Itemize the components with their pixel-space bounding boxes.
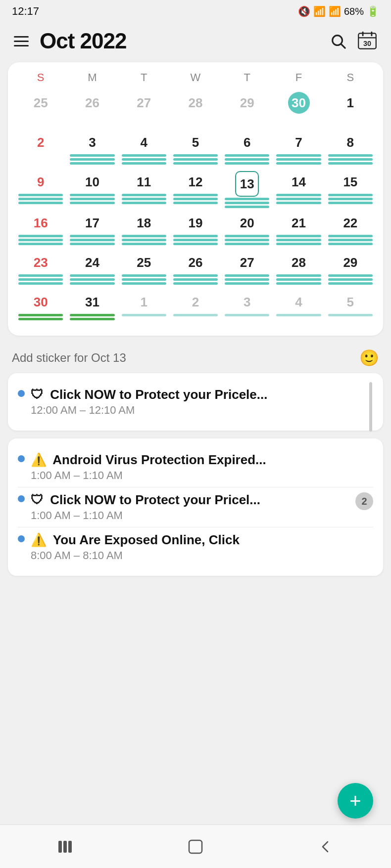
cal-cell-22[interactable]: 22 (325, 210, 376, 250)
cal-cell-28[interactable]: 28 (273, 250, 324, 289)
search-icon (330, 33, 346, 49)
cal-cell-23[interactable]: 23 (15, 250, 66, 289)
cal-cell-14[interactable]: 14 (273, 169, 324, 210)
scrollbar[interactable] (369, 382, 372, 432)
cal-cell-21[interactable]: 21 (273, 210, 324, 250)
cal-cell-8[interactable]: 8 (325, 130, 376, 169)
hamburger-icon (14, 36, 29, 46)
add-event-fab[interactable]: + (338, 783, 373, 819)
event-lines-23 (16, 274, 65, 285)
cal-cell-2next[interactable]: 2 (170, 289, 221, 329)
sticker-icon[interactable]: 🙂 (359, 348, 379, 367)
event-line (70, 314, 114, 316)
cal-cell-7[interactable]: 7 (273, 130, 324, 169)
cal-cell-4next[interactable]: 4 (273, 289, 324, 329)
cal-cell-13-selected[interactable]: 13 (221, 169, 273, 210)
cal-cell-1next[interactable]: 1 (118, 289, 170, 329)
cal-cell-5[interactable]: 5 (170, 130, 221, 169)
menu-button[interactable] (14, 36, 29, 46)
cal-cell-30[interactable]: 30 (15, 289, 66, 329)
recents-button[interactable] (42, 832, 89, 862)
event-line (122, 314, 166, 316)
event-line (276, 243, 321, 245)
home-icon (187, 838, 204, 856)
event-lines-24 (67, 274, 117, 285)
cal-cell-31[interactable]: 31 (66, 289, 118, 329)
cal-cell-26prev[interactable]: 26 (66, 90, 118, 130)
event-line (70, 202, 114, 204)
event-lines-30 (16, 314, 65, 320)
cal-cell-4[interactable]: 4 (118, 130, 170, 169)
event-line (70, 194, 114, 196)
day-sunday: S (15, 71, 66, 86)
sticker-row[interactable]: Add sticker for Oct 13 🙂 (0, 342, 391, 373)
cal-cell-3[interactable]: 3 (66, 130, 118, 169)
event-item-protect[interactable]: 🛡 Click NOW to Protect your Pricel... 1:… (18, 487, 373, 527)
event-line (276, 194, 321, 196)
event-item-1[interactable]: 🛡 Click NOW to Protect your Pricele... 1… (18, 382, 373, 422)
event-line (122, 274, 166, 277)
event-item-exposed[interactable]: ⚠️ You Are Exposed Online, Click 8:00 AM… (18, 527, 373, 567)
event-item-virus[interactable]: ⚠️ Android Virus Protection Expired... 1… (18, 447, 373, 487)
cal-cell-24[interactable]: 24 (66, 250, 118, 289)
calendar-day-names: S M T W T F S (15, 71, 376, 86)
event-badge: 2 (355, 492, 373, 510)
event-lines-15 (326, 194, 375, 204)
event-line (122, 282, 166, 285)
event-line (328, 282, 373, 285)
cal-cell-9[interactable]: 9 (15, 169, 66, 210)
event-line (276, 274, 321, 277)
event-line (328, 278, 373, 281)
cal-cell-16[interactable]: 16 (15, 210, 66, 250)
cal-cell-25prev[interactable]: 25 (15, 90, 66, 130)
home-button[interactable] (172, 832, 219, 862)
cal-cell-19[interactable]: 19 (170, 210, 221, 250)
event-line (328, 158, 373, 161)
back-icon (317, 838, 335, 856)
cal-cell-12[interactable]: 12 (170, 169, 221, 210)
event-line (70, 235, 114, 237)
event-title: ⚠️ You Are Exposed Online, Click (31, 532, 288, 548)
event-dot (18, 455, 25, 462)
event-line (173, 162, 218, 165)
event-line (173, 282, 218, 285)
event-card-1: 🛡 Click NOW to Protect your Pricele... 1… (8, 373, 383, 431)
cal-cell-11[interactable]: 11 (118, 169, 170, 210)
event-line (122, 235, 166, 237)
cal-cell-1[interactable]: 1 (325, 90, 376, 130)
event-line (70, 243, 114, 245)
cal-cell-27[interactable]: 27 (221, 250, 273, 289)
cal-cell-3next[interactable]: 3 (221, 289, 273, 329)
cal-cell-29[interactable]: 29 (325, 250, 376, 289)
cal-cell-30today[interactable]: 30 (273, 90, 324, 130)
cal-cell-26[interactable]: 26 (170, 250, 221, 289)
sticker-label: Add sticker for Oct 13 (12, 351, 126, 365)
event-line (18, 243, 63, 245)
event-line (18, 318, 63, 320)
back-button[interactable] (302, 832, 349, 862)
header-left: Oct 2022 (14, 29, 126, 53)
calendar-today-button[interactable]: 30 (357, 31, 377, 51)
cal-cell-6[interactable]: 6 (221, 130, 273, 169)
cal-cell-17[interactable]: 17 (66, 210, 118, 250)
cal-cell-2[interactable]: 2 (15, 130, 66, 169)
header-right: 30 (330, 31, 377, 51)
event-lines-4next (274, 314, 323, 316)
event-lines-21 (274, 235, 323, 245)
cal-cell-10[interactable]: 10 (66, 169, 118, 210)
cal-cell-5next[interactable]: 5 (325, 289, 376, 329)
cal-cell-15[interactable]: 15 (325, 169, 376, 210)
event-line (70, 274, 114, 277)
cal-cell-25[interactable]: 25 (118, 250, 170, 289)
cal-cell-27prev[interactable]: 27 (118, 90, 170, 130)
event-line (122, 278, 166, 281)
cal-cell-29prev[interactable]: 29 (221, 90, 273, 130)
calendar-grid: 25 26 27 28 29 30 1 2 3 4 5 (15, 90, 376, 329)
cal-cell-20[interactable]: 20 (221, 210, 273, 250)
search-button[interactable] (330, 33, 346, 49)
cal-cell-18[interactable]: 18 (118, 210, 170, 250)
cal-cell-28prev[interactable]: 28 (170, 90, 221, 130)
event-lines-22 (326, 235, 375, 245)
event-content: 🛡 Click NOW to Protect your Pricel... 1:… (31, 492, 349, 522)
page-title: Oct 2022 (40, 29, 126, 53)
